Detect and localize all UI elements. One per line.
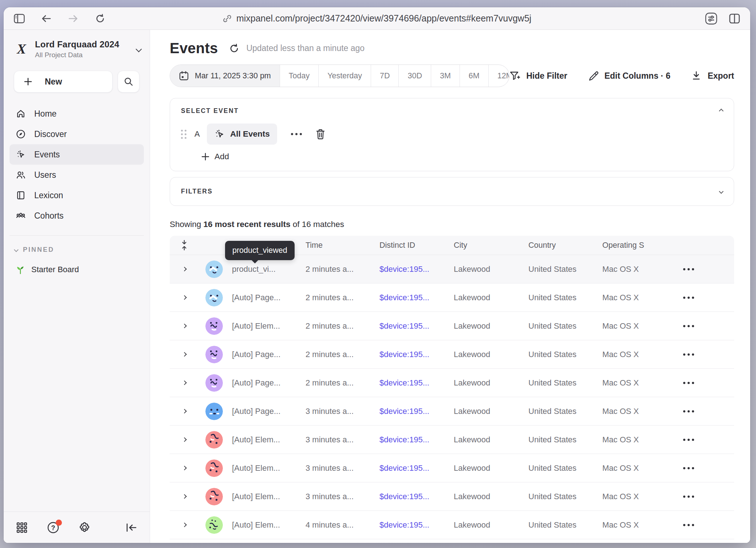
- new-button[interactable]: New: [14, 71, 113, 93]
- url-bar[interactable]: mixpanel.com/project/3472420/view/397469…: [223, 7, 531, 30]
- distinct-id-link[interactable]: $device:195...: [379, 435, 454, 445]
- event-name-cell: [Auto] Elem...: [232, 463, 306, 473]
- row-more-options-icon[interactable]: [677, 353, 734, 356]
- hide-filter-button[interactable]: Hide Filter: [509, 70, 567, 81]
- expand-row-icon[interactable]: [170, 267, 199, 271]
- expand-all-icon[interactable]: [170, 240, 199, 251]
- add-event-button[interactable]: Add: [201, 152, 723, 161]
- col-operating-system[interactable]: Operating S: [602, 241, 677, 250]
- distinct-id-link[interactable]: $device:195...: [379, 293, 454, 302]
- expand-row-icon[interactable]: [170, 523, 199, 527]
- expand-panel-icon[interactable]: [719, 189, 724, 194]
- preset-today[interactable]: Today: [280, 65, 318, 87]
- chevron-down-icon: [136, 46, 142, 52]
- help-icon[interactable]: ?: [46, 520, 60, 535]
- link-icon: [223, 14, 232, 23]
- search-button[interactable]: [118, 71, 139, 93]
- sidebar-item-discover[interactable]: Discover: [9, 124, 144, 144]
- distinct-id-link[interactable]: $device:195...: [379, 407, 454, 416]
- row-more-options-icon[interactable]: [677, 467, 734, 469]
- expand-row-icon[interactable]: [170, 495, 199, 498]
- row-more-options-icon[interactable]: [677, 496, 734, 498]
- sidebar-item-users[interactable]: Users: [9, 165, 144, 185]
- back-button[interactable]: [40, 12, 52, 25]
- sidebar-item-lexicon[interactable]: Lexicon: [9, 185, 144, 206]
- event-selector-chip[interactable]: All Events: [207, 124, 277, 145]
- export-button[interactable]: Export: [691, 70, 734, 81]
- expand-row-icon[interactable]: [170, 324, 199, 328]
- project-switcher[interactable]: X Lord Farquaad 2024 All Project Data: [14, 39, 141, 59]
- expand-row-icon[interactable]: [170, 353, 199, 356]
- city-cell: Lakewood: [454, 435, 528, 445]
- sidebar-item-starter-board[interactable]: Starter Board: [9, 260, 144, 279]
- row-more-options-icon[interactable]: [677, 325, 734, 327]
- sidebar-item-label: Discover: [34, 129, 67, 139]
- calendar-icon: [179, 71, 189, 81]
- col-time[interactable]: Time: [306, 241, 379, 250]
- col-distinct-id[interactable]: Distinct ID: [379, 241, 454, 250]
- city-cell: Lakewood: [454, 407, 528, 416]
- expand-row-icon[interactable]: [170, 410, 199, 413]
- sidebar-item-home[interactable]: Home: [9, 103, 144, 124]
- distinct-id-link[interactable]: $device:195...: [379, 492, 454, 501]
- settings-gear-icon[interactable]: [77, 520, 92, 535]
- sidebar-item-label: Users: [34, 170, 56, 180]
- country-cell: United States: [528, 378, 602, 388]
- row-more-options-icon[interactable]: [677, 439, 734, 441]
- os-cell: Mac OS X: [602, 350, 677, 359]
- table-row: [Auto] Elem...2 minutes a...$device:195.…: [170, 312, 734, 340]
- preset-yesterday[interactable]: Yesterday: [318, 65, 371, 87]
- distinct-id-link[interactable]: $device:195...: [379, 520, 454, 530]
- expand-row-icon[interactable]: [170, 438, 199, 441]
- os-cell: Mac OS X: [602, 407, 677, 416]
- reload-button[interactable]: [94, 12, 106, 25]
- compass-icon: [15, 129, 26, 140]
- expand-row-icon[interactable]: [170, 381, 199, 384]
- sidebar-nav: HomeDiscoverEventsUsersLexiconCohorts: [9, 103, 144, 226]
- col-city[interactable]: City: [454, 241, 528, 250]
- preset-12m[interactable]: 12M: [488, 65, 510, 87]
- preset-7d[interactable]: 7D: [371, 65, 398, 87]
- collapse-panel-icon[interactable]: [719, 109, 724, 113]
- date-picker[interactable]: Mar 11, 2025 3:30 pm: [170, 65, 280, 87]
- edit-columns-button[interactable]: Edit Columns · 6: [588, 70, 670, 81]
- preset-3m[interactable]: 3M: [431, 65, 460, 87]
- sidebar-toggle-icon[interactable]: [13, 12, 25, 25]
- distinct-id-link[interactable]: $device:195...: [379, 265, 454, 274]
- trash-icon[interactable]: [314, 127, 327, 141]
- drag-handle-icon[interactable]: [181, 130, 186, 139]
- split-view-icon[interactable]: [728, 12, 741, 25]
- collapse-sidebar-icon[interactable]: [124, 520, 139, 535]
- forward-button[interactable]: [67, 12, 79, 25]
- preset-6m[interactable]: 6M: [460, 65, 488, 87]
- updated-status: Updated less than a minute ago: [246, 43, 365, 53]
- date-value: Mar 11, 2025 3:30 pm: [195, 71, 271, 81]
- distinct-id-link[interactable]: $device:195...: [379, 378, 454, 388]
- pinned-section-header[interactable]: PINNED: [15, 246, 150, 254]
- sidebar-item-cohorts[interactable]: Cohorts: [9, 206, 144, 226]
- users-icon: [15, 169, 26, 180]
- row-more-options-icon[interactable]: [677, 524, 734, 526]
- row-more-options-icon[interactable]: [677, 382, 734, 384]
- distinct-id-link[interactable]: $device:195...: [379, 463, 454, 473]
- expand-row-icon[interactable]: [170, 296, 199, 299]
- country-cell: United States: [528, 520, 602, 530]
- page-settings-icon[interactable]: [705, 12, 717, 25]
- time-cell: 2 minutes a...: [306, 293, 379, 302]
- row-more-options-icon[interactable]: [677, 297, 734, 299]
- notification-dot: [56, 520, 62, 526]
- row-more-options-icon[interactable]: [677, 410, 734, 412]
- distinct-id-link[interactable]: $device:195...: [379, 350, 454, 359]
- preset-30d[interactable]: 30D: [398, 65, 430, 87]
- event-more-options-icon[interactable]: [287, 129, 306, 139]
- refresh-icon[interactable]: [228, 42, 240, 55]
- event-name-cell: product_vi...: [232, 265, 306, 274]
- distinct-id-link[interactable]: $device:195...: [379, 321, 454, 331]
- apps-grid-icon[interactable]: [15, 520, 29, 535]
- row-more-options-icon[interactable]: [677, 268, 734, 270]
- col-country[interactable]: Country: [528, 241, 602, 250]
- download-icon: [691, 70, 702, 81]
- sidebar-item-events[interactable]: Events: [9, 144, 144, 165]
- os-cell: Mac OS X: [602, 492, 677, 501]
- expand-row-icon[interactable]: [170, 466, 199, 470]
